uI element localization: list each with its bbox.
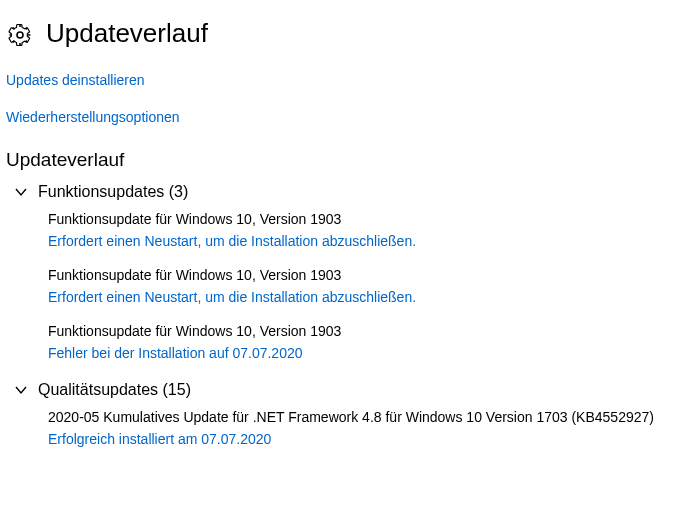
update-entry: Funktionsupdate für Windows 10, Version …	[0, 267, 680, 305]
update-title: 2020-05 Kumulatives Update für .NET Fram…	[48, 409, 680, 425]
update-status[interactable]: Erfolgreich installiert am 07.07.2020	[48, 431, 680, 447]
update-entry: 2020-05 Kumulatives Update für .NET Fram…	[0, 409, 680, 447]
update-title: Funktionsupdate für Windows 10, Version …	[48, 323, 680, 339]
svg-point-0	[17, 32, 23, 38]
uninstall-updates-link[interactable]: Updates deinstallieren	[6, 72, 145, 88]
update-title: Funktionsupdate für Windows 10, Version …	[48, 211, 680, 227]
page-header: Updateverlauf	[0, 0, 680, 67]
recovery-options-link[interactable]: Wiederherstellungsoptionen	[6, 109, 180, 125]
update-status[interactable]: Erfordert einen Neustart, um die Install…	[48, 233, 680, 249]
quality-updates-category: Qualitätsupdates (15) 2020-05 Kumulative…	[0, 381, 680, 447]
feature-updates-category: Funktionsupdates (3) Funktionsupdate für…	[0, 183, 680, 361]
gear-icon	[8, 23, 32, 47]
page-title: Updateverlauf	[46, 18, 208, 49]
history-section-heading: Updateverlauf	[0, 145, 680, 183]
update-entry: Funktionsupdate für Windows 10, Version …	[0, 323, 680, 361]
update-title: Funktionsupdate für Windows 10, Version …	[48, 267, 680, 283]
update-entry: Funktionsupdate für Windows 10, Version …	[0, 211, 680, 249]
update-status[interactable]: Fehler bei der Installation auf 07.07.20…	[48, 345, 680, 361]
chevron-down-icon	[14, 185, 28, 199]
update-status[interactable]: Erfordert einen Neustart, um die Install…	[48, 289, 680, 305]
quality-updates-label: Qualitätsupdates (15)	[38, 381, 191, 399]
action-links: Updates deinstallieren Wiederherstellung…	[0, 67, 680, 145]
chevron-down-icon	[14, 383, 28, 397]
feature-updates-toggle[interactable]: Funktionsupdates (3)	[0, 183, 680, 201]
quality-updates-toggle[interactable]: Qualitätsupdates (15)	[0, 381, 680, 399]
feature-updates-label: Funktionsupdates (3)	[38, 183, 188, 201]
